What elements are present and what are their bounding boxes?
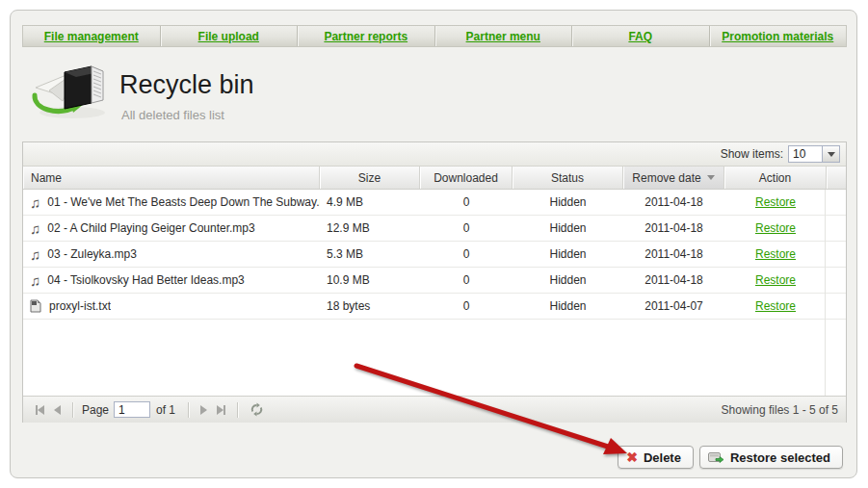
table-row[interactable]: proxyl-ist.txt 18 bytes 0 Hidden 2011-04… — [23, 294, 846, 320]
file-downloaded: 0 — [420, 242, 513, 267]
delete-button[interactable]: ✖ Delete — [618, 446, 694, 469]
delete-button-label: Delete — [644, 450, 681, 465]
restore-selected-button-label: Restore selected — [730, 450, 830, 465]
grid-header-row: Name Size Downloaded Status Remove date … — [23, 167, 846, 190]
file-remove-date: 2011-04-18 — [623, 216, 724, 241]
file-downloaded: 0 — [420, 268, 513, 293]
show-items-label: Show items: — [721, 147, 783, 161]
nav-link-partner-reports[interactable]: Partner reports — [324, 30, 408, 43]
column-header-name[interactable]: Name — [23, 167, 320, 189]
next-page-button[interactable] — [200, 405, 207, 415]
file-status: Hidden — [513, 190, 623, 215]
music-note-icon: ♫ — [30, 247, 40, 262]
refresh-icon — [250, 402, 264, 417]
chevron-down-icon — [828, 152, 835, 157]
file-remove-date: 2011-04-18 — [623, 268, 724, 293]
refresh-button[interactable] — [250, 402, 264, 417]
sort-desc-icon — [707, 175, 715, 180]
column-header-downloaded[interactable]: Downloaded — [420, 167, 513, 189]
column-header-spacer — [827, 167, 846, 189]
grid-toolbar: Show items: — [23, 142, 846, 167]
recycle-bin-grid: Show items: Name Size Downloaded Status … — [22, 141, 847, 423]
file-downloaded: 0 — [420, 294, 513, 319]
nav-item-partner-menu[interactable]: Partner menu — [434, 26, 572, 46]
file-name: 01 - We've Met The Beasts Deep Down The … — [47, 195, 320, 209]
column-header-status[interactable]: Status — [513, 167, 623, 189]
file-size: 18 bytes — [320, 294, 420, 319]
music-note-icon: ♫ — [30, 273, 40, 288]
restore-link[interactable]: Restore — [755, 247, 796, 261]
text-document-icon — [30, 299, 41, 313]
restore-link[interactable]: Restore — [755, 273, 796, 287]
column-header-remove-date[interactable]: Remove date — [623, 167, 724, 189]
page-title: Recycle bin — [119, 70, 254, 100]
first-page-button[interactable] — [36, 405, 44, 415]
restore-selected-button[interactable]: Restore selected — [699, 446, 843, 469]
column-header-size[interactable]: Size — [320, 167, 420, 189]
show-items-value[interactable] — [789, 146, 822, 162]
nav-item-promotion-materials[interactable]: Promotion materials — [709, 26, 847, 46]
table-row[interactable]: ♫01 - We've Met The Beasts Deep Down The… — [23, 190, 846, 216]
recycle-bin-icon — [28, 59, 117, 122]
file-name: 02 - A Child Playing Geiger Counter.mp3 — [47, 221, 254, 235]
file-downloaded: 0 — [420, 216, 513, 241]
nav-item-partner-reports[interactable]: Partner reports — [297, 26, 434, 46]
file-remove-date: 2011-04-18 — [623, 242, 724, 267]
table-row[interactable]: ♫03 - Zuleyka.mp3 5.3 MB 0 Hidden 2011-0… — [23, 242, 846, 268]
pager-divider — [72, 402, 73, 418]
restore-link[interactable]: Restore — [755, 221, 796, 235]
file-remove-date: 2011-04-18 — [623, 190, 724, 215]
pager-divider — [188, 402, 189, 418]
page-label: Page — [82, 403, 109, 417]
nav-item-faq[interactable]: FAQ — [571, 26, 709, 46]
file-status: Hidden — [513, 216, 623, 241]
nav-link-file-upload[interactable]: File upload — [198, 30, 259, 43]
file-name: proxyl-ist.txt — [49, 299, 111, 313]
table-row[interactable]: ♫02 - A Child Playing Geiger Counter.mp3… — [23, 216, 846, 242]
restore-drive-icon — [708, 450, 724, 464]
file-downloaded: 0 — [420, 190, 513, 215]
last-page-button[interactable] — [217, 405, 225, 415]
nav-link-promotion-materials[interactable]: Promotion materials — [722, 30, 833, 43]
nav-link-partner-menu[interactable]: Partner menu — [466, 30, 540, 43]
top-nav: File management File upload Partner repo… — [22, 25, 847, 47]
file-status: Hidden — [513, 268, 623, 293]
previous-page-button[interactable] — [54, 405, 61, 415]
column-header-action[interactable]: Action — [724, 167, 827, 189]
nav-item-file-upload[interactable]: File upload — [160, 26, 298, 46]
page-subtitle: All deleted files list — [121, 108, 224, 122]
delete-x-icon: ✖ — [626, 450, 638, 464]
restore-link[interactable]: Restore — [755, 299, 796, 313]
show-items-dropdown-button[interactable] — [822, 146, 839, 162]
file-size: 5.3 MB — [320, 242, 420, 267]
file-name: 04 - Tsiolkovsky Had Better Ideas.mp3 — [47, 273, 245, 287]
pager-divider — [237, 402, 238, 418]
page-number-input[interactable] — [114, 401, 150, 418]
music-note-icon: ♫ — [30, 221, 40, 236]
file-remove-date: 2011-04-07 — [623, 294, 724, 319]
file-status: Hidden — [513, 242, 623, 267]
file-size: 10.9 MB — [320, 268, 420, 293]
showing-files-summary: Showing files 1 - 5 of 5 — [722, 403, 838, 417]
music-note-icon: ♫ — [30, 195, 40, 210]
page-panel: File management File upload Partner repo… — [10, 10, 857, 478]
nav-link-faq[interactable]: FAQ — [628, 30, 652, 43]
table-row[interactable]: ♫04 - Tsiolkovsky Had Better Ideas.mp3 1… — [23, 268, 846, 294]
nav-link-file-management[interactable]: File management — [44, 30, 139, 43]
screenshot-stage: File management File upload Partner repo… — [0, 0, 868, 488]
footer-actions: ✖ Delete Restore selected — [618, 446, 843, 469]
file-size: 12.9 MB — [320, 216, 420, 241]
pagination-bar: Page of 1 Showing files 1 - 5 of 5 — [23, 396, 846, 423]
file-status: Hidden — [513, 294, 623, 319]
show-items-select[interactable] — [788, 145, 840, 163]
nav-item-file-management[interactable]: File management — [23, 26, 160, 46]
file-name: 03 - Zuleyka.mp3 — [47, 247, 137, 261]
restore-link[interactable]: Restore — [755, 195, 796, 209]
grid-body: ♫01 - We've Met The Beasts Deep Down The… — [23, 190, 846, 396]
file-size: 4.9 MB — [320, 190, 420, 215]
page-count-label: of 1 — [156, 403, 175, 417]
